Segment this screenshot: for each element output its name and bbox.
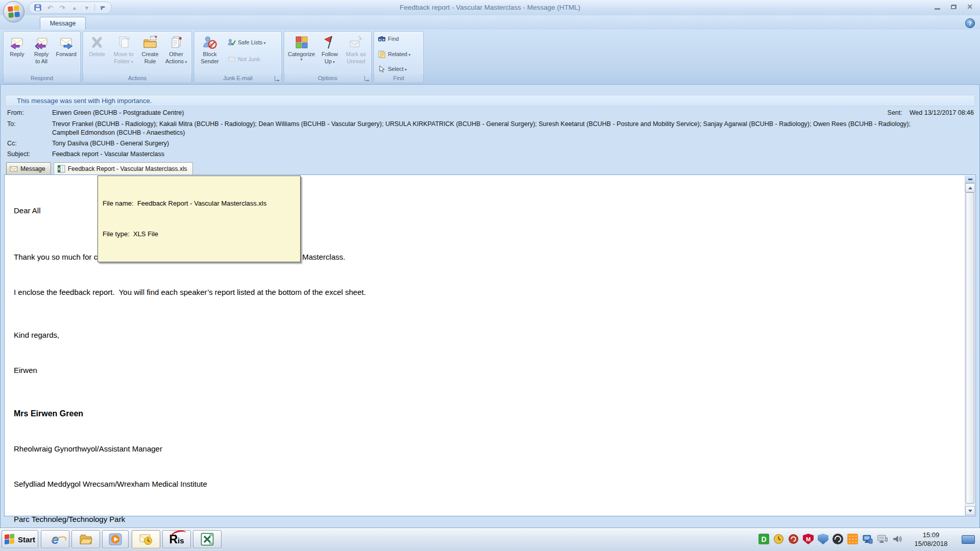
internet-explorer-icon: e bbox=[52, 533, 59, 546]
taskbar-button-media-player[interactable] bbox=[102, 530, 129, 548]
attachment-xls-tab[interactable]: Feedback Report - Vascular Masterclass.x… bbox=[54, 162, 193, 174]
create-rule-button[interactable]: Create Rule bbox=[138, 34, 162, 65]
block-sender-button[interactable]: Block Sender bbox=[196, 34, 224, 65]
mark-as-unread-button[interactable]: Mark as Unread bbox=[342, 34, 370, 65]
ribbon-tab-row: Message ? bbox=[0, 15, 980, 30]
delete-label: Delete bbox=[89, 51, 105, 58]
help-icon[interactable]: ? bbox=[965, 18, 975, 28]
importance-infobar: This message was sent with High importan… bbox=[5, 95, 975, 106]
select-button[interactable]: Select bbox=[376, 64, 422, 74]
scrollbar-split-handle[interactable] bbox=[965, 176, 975, 183]
categorize-icon bbox=[293, 34, 310, 51]
mark-as-unread-icon bbox=[348, 34, 364, 51]
find-label: Find bbox=[388, 36, 399, 42]
forward-button[interactable]: Forward bbox=[54, 34, 79, 58]
not-junk-button[interactable]: Not Junk bbox=[226, 54, 268, 64]
reply-all-icon bbox=[33, 34, 50, 51]
to-row: To:Trevor Frankel (BCUHB - Radiology); K… bbox=[7, 120, 911, 128]
taskbar-button-excel[interactable] bbox=[193, 530, 222, 548]
orange-grid-icon[interactable] bbox=[847, 534, 858, 544]
window-controls: ✕ bbox=[930, 2, 977, 11]
minimize-button[interactable] bbox=[930, 2, 944, 11]
junk-group-label: Junk E-mail bbox=[194, 74, 281, 83]
title-bar: ↶ ↷ ▲ ▼ ▬▾ Feedback report - Vascular Ma… bbox=[0, 0, 980, 16]
find-button[interactable]: Find bbox=[376, 34, 422, 44]
other-actions-button[interactable]: Other Actions bbox=[162, 34, 190, 66]
taskbar-button-ris[interactable]: Ris bbox=[162, 530, 191, 548]
scrollbar-thumb[interactable] bbox=[966, 192, 974, 504]
blue-shield-icon[interactable] bbox=[818, 534, 828, 544]
scroll-down-icon[interactable] bbox=[965, 506, 975, 515]
not-junk-icon bbox=[228, 55, 236, 63]
respond-group-label: Respond bbox=[4, 74, 80, 83]
follow-up-button[interactable]: Follow Up bbox=[317, 34, 342, 66]
signature-role: Rheolwraig Gynorthwyol/Assistant Manager bbox=[14, 443, 945, 455]
show-desktop-button[interactable] bbox=[962, 535, 975, 544]
folder-icon bbox=[79, 533, 93, 546]
taskbar-clock[interactable]: 15:09 15/08/2018 bbox=[904, 531, 958, 548]
start-button[interactable]: Start bbox=[2, 530, 38, 548]
find-group-label: Find bbox=[374, 74, 423, 83]
create-rule-label-line1: Create bbox=[142, 51, 159, 58]
sent-value: Wed 13/12/2017 08:46 bbox=[910, 109, 974, 116]
reply-to-all-button[interactable]: Reply to All bbox=[29, 34, 54, 65]
volume-icon[interactable] bbox=[892, 534, 902, 544]
follow-up-label-line2: Up bbox=[325, 58, 335, 66]
forward-icon bbox=[58, 34, 75, 51]
reply-button[interactable]: Reply bbox=[5, 34, 29, 58]
block-sender-label-line2: Sender bbox=[201, 58, 218, 65]
follow-up-flag-icon bbox=[322, 34, 338, 51]
reply-to-all-label-line2: to All bbox=[35, 58, 47, 65]
other-actions-icon bbox=[168, 34, 184, 51]
sent-label: Sent: bbox=[888, 109, 902, 116]
attachment-tab-label: Feedback Report - Vascular Masterclass.x… bbox=[68, 165, 187, 172]
mark-as-unread-label-line2: Unread bbox=[347, 58, 365, 65]
create-rule-label-line2: Rule bbox=[144, 58, 156, 65]
scrollbar-track[interactable] bbox=[965, 192, 975, 506]
message-view-tab[interactable]: Message bbox=[6, 162, 51, 174]
excel-icon bbox=[201, 533, 214, 546]
options-dialog-launcher-icon[interactable] bbox=[364, 76, 370, 81]
safe-lists-button[interactable]: Safe Lists bbox=[226, 37, 268, 47]
media-player-icon bbox=[109, 533, 122, 546]
reminder-clock-icon[interactable] bbox=[773, 534, 784, 544]
sent-row: Sent:Wed 13/12/2017 08:46 bbox=[888, 109, 974, 116]
move-to-folder-icon bbox=[115, 34, 132, 51]
display-settings-icon[interactable] bbox=[877, 534, 888, 544]
taskbar-button-internet-explorer[interactable]: e bbox=[41, 530, 69, 548]
ribbon-group-respond: Reply Reply to All Forward Respond bbox=[3, 31, 81, 83]
taskbar-button-outlook[interactable] bbox=[132, 530, 160, 548]
tab-message[interactable]: Message bbox=[40, 17, 86, 30]
delete-button[interactable]: Delete bbox=[85, 34, 109, 58]
categorize-button[interactable]: Categorize bbox=[286, 34, 317, 62]
from-row: From:Eirwen Green (BCUHB - Postgraduate … bbox=[7, 109, 184, 116]
create-rule-icon bbox=[142, 34, 158, 51]
green-d-icon[interactable]: D bbox=[758, 534, 769, 544]
move-to-folder-label-line2: Folder bbox=[114, 58, 133, 66]
red-badge-icon[interactable] bbox=[788, 534, 799, 544]
forward-label: Forward bbox=[56, 51, 77, 58]
reply-icon bbox=[9, 34, 25, 51]
close-button[interactable]: ✕ bbox=[963, 2, 977, 11]
scroll-up-icon[interactable] bbox=[965, 183, 975, 192]
ribbon-group-find: Find Related Select Find bbox=[374, 31, 424, 83]
move-to-folder-button[interactable]: Move to Folder bbox=[109, 34, 138, 66]
junk-dialog-launcher-icon[interactable] bbox=[275, 76, 280, 81]
office-button[interactable] bbox=[3, 1, 24, 22]
cc-row: Cc:Tony Dasilva (BCUHB - General Surgery… bbox=[7, 140, 169, 147]
ribbon-group-actions: Delete Move to Folder Create Rule Other … bbox=[83, 31, 192, 83]
restore-button[interactable] bbox=[946, 2, 961, 11]
vertical-scrollbar[interactable] bbox=[965, 176, 975, 515]
select-label: Select bbox=[388, 66, 407, 72]
mcafee-shield-icon[interactable]: M bbox=[803, 534, 814, 544]
network-computer-icon[interactable] bbox=[862, 534, 873, 544]
subject-label: Subject: bbox=[7, 151, 52, 158]
related-button[interactable]: Related bbox=[376, 49, 422, 59]
not-junk-label: Not Junk bbox=[238, 56, 260, 62]
reading-pane: File name: Feedback Report - Vascular Ma… bbox=[4, 174, 976, 516]
block-sender-label-line1: Block bbox=[203, 51, 217, 58]
dark-swirl-icon[interactable] bbox=[832, 534, 843, 544]
categorize-label: Categorize bbox=[288, 51, 315, 61]
ribbon: Reply Reply to All Forward Respond De bbox=[0, 30, 980, 85]
taskbar-button-windows-explorer[interactable] bbox=[71, 530, 100, 548]
